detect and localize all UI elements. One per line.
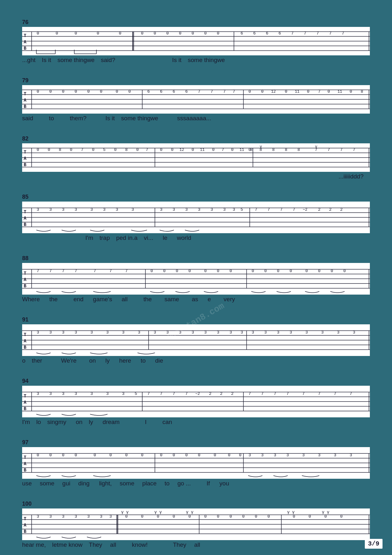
svg-text:0: 0 bbox=[239, 453, 242, 458]
svg-text:0: 0 bbox=[192, 147, 194, 152]
svg-text:T: T bbox=[24, 394, 26, 399]
lyric-word: ding bbox=[78, 480, 89, 487]
svg-text:3: 3 bbox=[75, 330, 77, 335]
svg-text:0: 0 bbox=[255, 514, 257, 519]
svg-text:T: T bbox=[24, 91, 26, 97]
svg-text:0: 0 bbox=[128, 89, 131, 94]
svg-text:3: 3 bbox=[109, 514, 112, 519]
svg-text:0: 0 bbox=[230, 514, 232, 519]
svg-text:0: 0 bbox=[92, 147, 95, 152]
svg-text:B: B bbox=[24, 468, 27, 473]
section-100: 100 T A B 3 3 3 3 3 3 3 bbox=[22, 501, 370, 551]
svg-text:0: 0 bbox=[179, 31, 181, 36]
measure-number-100: 100 bbox=[22, 501, 370, 507]
lyric-word: here bbox=[119, 357, 131, 364]
svg-text:T: T bbox=[24, 455, 26, 460]
svg-text:0: 0 bbox=[228, 453, 230, 458]
svg-text:7: 7 bbox=[222, 147, 224, 152]
svg-text:0: 0 bbox=[97, 31, 99, 36]
lyric-word: all bbox=[122, 296, 128, 303]
svg-text:0: 0 bbox=[217, 514, 219, 519]
svg-text:0: 0 bbox=[49, 89, 52, 94]
svg-text:0: 0 bbox=[307, 89, 309, 94]
svg-text:0: 0 bbox=[248, 89, 251, 94]
svg-text:0: 0 bbox=[94, 453, 96, 458]
svg-text:0: 0 bbox=[331, 269, 333, 273]
svg-text:~2: ~2 bbox=[195, 392, 200, 396]
svg-text:7: 7 bbox=[353, 147, 355, 152]
lyric-word: ped in.a bbox=[116, 234, 138, 241]
svg-text:γ γ: γ γ bbox=[322, 510, 329, 514]
svg-text:0: 0 bbox=[150, 269, 153, 273]
svg-text:0: 0 bbox=[217, 31, 219, 36]
svg-text:5: 5 bbox=[135, 391, 137, 396]
svg-text:8: 8 bbox=[361, 89, 363, 94]
svg-text:7: 7 bbox=[37, 269, 39, 273]
svg-text:3: 3 bbox=[230, 330, 232, 335]
lyric-word: same bbox=[164, 296, 179, 303]
lyric-word: If bbox=[207, 480, 210, 487]
svg-text:6: 6 bbox=[241, 31, 243, 36]
svg-text:0: 0 bbox=[37, 147, 39, 152]
svg-text:0: 0 bbox=[261, 89, 264, 94]
svg-text:0: 0 bbox=[290, 269, 292, 273]
svg-text:7: 7 bbox=[62, 269, 64, 273]
sheet-music-page: www.tan8.com 76 T A B 0 0 0 0 0 bbox=[16, 0, 376, 555]
lyric-word: I bbox=[145, 419, 146, 426]
lyric-word: trap bbox=[100, 234, 110, 241]
svg-text:7: 7 bbox=[146, 147, 148, 152]
svg-text:0: 0 bbox=[173, 453, 175, 458]
lyric-word: use bbox=[22, 480, 32, 487]
svg-text:11: 11 bbox=[200, 148, 205, 152]
measure-number-76: 76 bbox=[22, 19, 370, 26]
svg-text:0: 0 bbox=[230, 269, 232, 273]
page-number: 3/9 bbox=[365, 539, 383, 549]
lyrics-97: use some gui ding light, some place to g… bbox=[22, 479, 370, 490]
svg-text:7: 7 bbox=[340, 147, 343, 152]
lyric-word: the bbox=[144, 296, 152, 303]
svg-text:0: 0 bbox=[343, 269, 346, 273]
svg-text:3: 3 bbox=[179, 330, 181, 335]
svg-text:3: 3 bbox=[350, 453, 352, 458]
svg-text:B: B bbox=[24, 406, 27, 411]
svg-text:3: 3 bbox=[261, 453, 264, 458]
svg-text:3: 3 bbox=[185, 207, 188, 212]
svg-text:0: 0 bbox=[285, 89, 287, 94]
svg-text:3: 3 bbox=[192, 330, 194, 335]
svg-text:~2: ~2 bbox=[303, 208, 307, 212]
lyric-word: all bbox=[110, 541, 116, 548]
svg-text:0: 0 bbox=[37, 89, 39, 94]
svg-text:3: 3 bbox=[277, 330, 279, 335]
svg-text:7: 7 bbox=[329, 31, 332, 36]
svg-text:0: 0 bbox=[125, 514, 128, 519]
svg-text:3: 3 bbox=[75, 514, 77, 519]
lyric-word: o bbox=[22, 357, 26, 364]
svg-text:7: 7 bbox=[94, 269, 96, 273]
svg-text:A: A bbox=[24, 277, 27, 282]
svg-text:3: 3 bbox=[302, 453, 305, 458]
lyric-word: end bbox=[73, 296, 83, 303]
svg-text:3: 3 bbox=[290, 330, 292, 335]
svg-text:3: 3 bbox=[233, 207, 235, 212]
svg-text:A: A bbox=[24, 40, 27, 45]
svg-text:0: 0 bbox=[48, 147, 50, 152]
svg-text:3: 3 bbox=[248, 453, 251, 458]
svg-text:0: 0 bbox=[188, 269, 191, 273]
lyric-word: ly bbox=[89, 419, 93, 426]
svg-text:0: 0 bbox=[49, 453, 52, 458]
section-91: 91 T A B 3 3 3 3 3 3 3 3 3 3 bbox=[22, 316, 370, 367]
svg-text:7: 7 bbox=[318, 391, 321, 396]
lyric-word: some thingwe bbox=[188, 57, 225, 64]
lyric-word: Is it bbox=[42, 57, 51, 64]
svg-text:0: 0 bbox=[75, 89, 77, 94]
svg-text:6: 6 bbox=[173, 89, 175, 94]
svg-text:3: 3 bbox=[49, 391, 52, 396]
lyric-word: as bbox=[192, 296, 198, 303]
svg-text:0: 0 bbox=[119, 31, 121, 36]
svg-text:3: 3 bbox=[37, 514, 39, 519]
svg-text:T: T bbox=[24, 271, 26, 276]
lyric-word: ly bbox=[105, 357, 110, 364]
svg-text:0: 0 bbox=[217, 269, 219, 273]
section-97: 97 T A B 0 0 0 0 0 0 0 0 0 0 bbox=[22, 439, 370, 490]
measure-number-97: 97 bbox=[22, 439, 370, 446]
